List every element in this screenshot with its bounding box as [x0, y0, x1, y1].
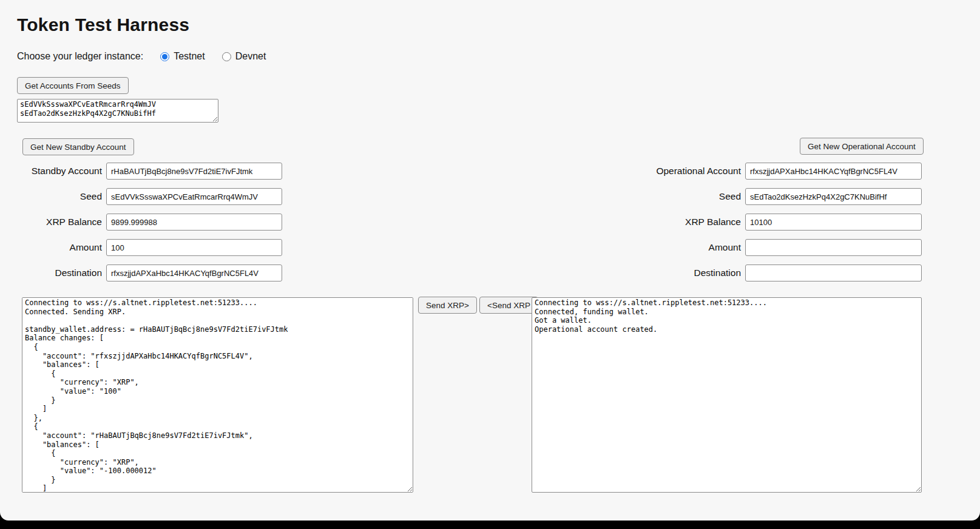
- operational-results-textarea[interactable]: Connecting to wss://s.altnet.rippletest.…: [532, 297, 922, 493]
- get-accounts-from-seeds-button[interactable]: Get Accounts From Seeds: [17, 77, 129, 94]
- standby-xrp-balance-field[interactable]: [106, 214, 282, 231]
- operational-account-row: Operational Account: [626, 163, 922, 180]
- ledger-instance-label: Choose your ledger instance:: [17, 51, 143, 62]
- radio-devnet-label: Devnet: [235, 51, 266, 62]
- standby-destination-label: Destination: [17, 268, 106, 278]
- operational-account-field[interactable]: [745, 163, 922, 180]
- page-title: Token Test Harness: [17, 15, 189, 35]
- standby-seed-field[interactable]: [106, 188, 282, 205]
- standby-xrp-balance-row: XRP Balance: [17, 214, 282, 231]
- operational-amount-label: Amount: [626, 242, 745, 253]
- operational-form: Operational Account Seed XRP Balance Amo…: [626, 163, 922, 290]
- standby-seed-row: Seed: [17, 188, 282, 205]
- standby-account-row: Standby Account: [17, 163, 282, 180]
- radio-devnet[interactable]: [222, 52, 231, 61]
- standby-amount-row: Amount: [17, 239, 282, 256]
- operational-account-label: Operational Account: [626, 166, 745, 177]
- get-new-standby-account-button[interactable]: Get New Standby Account: [22, 138, 134, 155]
- operational-seed-label: Seed: [626, 191, 745, 202]
- operational-destination-field[interactable]: [745, 264, 922, 281]
- standby-account-field[interactable]: [106, 163, 282, 180]
- radio-group-testnet: Testnet: [160, 51, 205, 62]
- standby-account-label: Standby Account: [17, 166, 106, 177]
- seeds-textarea[interactable]: sEdVVkSsswaXPCvEatRmcarRrq4WmJV sEdTao2d…: [17, 99, 218, 123]
- get-new-operational-account-button[interactable]: Get New Operational Account: [800, 138, 924, 155]
- standby-form: Standby Account Seed XRP Balance Amount …: [17, 163, 282, 290]
- standby-amount-field[interactable]: [106, 239, 282, 256]
- standby-destination-field[interactable]: [106, 264, 282, 281]
- ledger-instance-chooser: Choose your ledger instance: Testnet Dev…: [17, 51, 266, 62]
- standby-amount-label: Amount: [17, 242, 106, 253]
- token-test-harness-window: Token Test Harness Choose your ledger in…: [0, 0, 980, 521]
- operational-xrp-balance-row: XRP Balance: [626, 214, 922, 231]
- operational-xrp-balance-label: XRP Balance: [626, 217, 745, 227]
- operational-amount-field[interactable]: [745, 239, 922, 256]
- radio-testnet-label: Testnet: [174, 51, 205, 62]
- send-xrp-right-button[interactable]: Send XRP>: [418, 297, 477, 314]
- standby-destination-row: Destination: [17, 264, 282, 281]
- operational-amount-row: Amount: [626, 239, 922, 256]
- standby-seed-label: Seed: [17, 191, 106, 202]
- operational-xrp-balance-field[interactable]: [745, 214, 922, 231]
- operational-seed-field[interactable]: [745, 188, 922, 205]
- standby-results-textarea[interactable]: Connecting to wss://s.altnet.rippletest.…: [22, 297, 413, 493]
- standby-xrp-balance-label: XRP Balance: [17, 217, 106, 227]
- radio-group-devnet: Devnet: [222, 51, 266, 62]
- operational-destination-row: Destination: [626, 264, 922, 281]
- operational-seed-row: Seed: [626, 188, 922, 205]
- radio-testnet[interactable]: [160, 52, 169, 61]
- send-xrp-left-button[interactable]: <Send XRP: [479, 297, 538, 314]
- operational-destination-label: Destination: [626, 268, 745, 278]
